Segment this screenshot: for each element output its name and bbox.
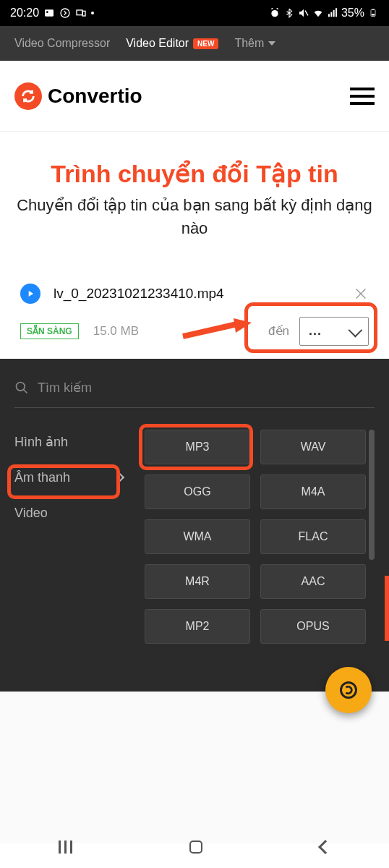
file-row: lv_0_20231021233410.mp4: [20, 278, 369, 317]
android-status-bar: 20:20 35%: [0, 0, 389, 26]
category-audio[interactable]: Âm thanh: [14, 470, 123, 485]
nav-home-button[interactable]: [189, 841, 202, 854]
svg-line-6: [305, 11, 308, 16]
signal-icon: [327, 7, 338, 19]
file-meta-row: SẴN SÀNG 15.0 MB đến ...: [20, 317, 369, 346]
format-opus[interactable]: OPUS: [260, 609, 366, 644]
format-m4a[interactable]: M4A: [260, 475, 366, 509]
logo-mark-icon: [14, 82, 42, 110]
format-wma[interactable]: WMA: [145, 519, 250, 554]
logo[interactable]: Convertio: [14, 82, 142, 110]
remove-file-button[interactable]: [353, 286, 369, 302]
scrollbar[interactable]: [369, 430, 375, 560]
svg-point-1: [46, 11, 48, 13]
new-badge: NEW: [193, 38, 218, 49]
chevron-down-icon: [268, 41, 275, 46]
svg-point-5: [271, 10, 278, 17]
svg-rect-3: [77, 10, 82, 15]
format-m4r[interactable]: M4R: [145, 564, 250, 599]
page-title: Trình chuyển đổi Tập tin: [14, 159, 375, 188]
svg-point-12: [17, 383, 25, 391]
nav-recents-button[interactable]: [59, 841, 72, 854]
top-nav: Video Compressor Video Editor NEW Thêm: [0, 26, 389, 61]
circle-chevron-icon: [59, 7, 71, 19]
alarm-icon: [269, 7, 281, 19]
svg-point-2: [61, 9, 69, 17]
battery-icon: [367, 7, 379, 19]
bottom-area: [0, 692, 389, 843]
format-flac[interactable]: FLAC: [260, 519, 366, 554]
search-icon: [14, 380, 29, 395]
category-video[interactable]: Video: [14, 506, 123, 521]
format-ogg[interactable]: OGG: [145, 475, 250, 509]
svg-rect-4: [82, 11, 85, 16]
format-mp2[interactable]: MP2: [145, 609, 250, 644]
format-search: [14, 380, 375, 408]
to-label: đến: [268, 323, 289, 339]
battery-text: 35%: [341, 7, 364, 20]
file-card: lv_0_20231021233410.mp4 SẴN SÀNG 15.0 MB…: [0, 269, 389, 359]
hero: Trình chuyển đổi Tập tin Chuyển đổi tập …: [0, 132, 389, 269]
play-icon[interactable]: [20, 284, 40, 304]
nav-more[interactable]: Thêm: [234, 37, 275, 50]
copyleft-icon: [338, 680, 359, 700]
dot-icon: [91, 12, 94, 14]
image-icon: [43, 7, 55, 19]
format-search-input[interactable]: [38, 380, 375, 396]
category-image[interactable]: Hình ảnh: [14, 434, 123, 450]
nav-video-editor[interactable]: Video Editor NEW: [126, 37, 218, 50]
mute-icon: [298, 7, 309, 19]
devices-icon: [75, 7, 87, 19]
file-size: 15.0 MB: [93, 324, 139, 339]
ready-badge: SẴN SÀNG: [20, 323, 79, 339]
svg-rect-8: [372, 9, 375, 10]
format-select[interactable]: ...: [299, 317, 369, 346]
format-aac[interactable]: AAC: [260, 564, 366, 599]
svg-point-14: [341, 682, 356, 697]
chevron-right-icon: [114, 472, 124, 482]
file-name: lv_0_20231021233410.mp4: [54, 286, 340, 302]
annotation-arrow-icon: [179, 318, 252, 340]
format-wav[interactable]: WAV: [260, 430, 366, 464]
format-dropdown-panel: Hình ảnh Âm thanh Video MP3 WAV OGG M4A …: [0, 359, 389, 692]
wifi-icon: [312, 7, 324, 19]
fab-button[interactable]: [325, 667, 372, 713]
chevron-down-icon: [349, 323, 363, 337]
android-nav-bar: [0, 826, 389, 868]
page-subtitle: Chuyển đổi tập tin của bạn sang bất kỳ đ…: [14, 194, 375, 240]
bluetooth-icon: [283, 7, 295, 19]
nav-video-compressor[interactable]: Video Compressor: [14, 37, 110, 50]
logo-text: Convertio: [48, 85, 142, 108]
svg-rect-0: [45, 9, 54, 16]
svg-rect-9: [372, 14, 375, 16]
menu-button[interactable]: [350, 88, 375, 105]
svg-line-13: [24, 390, 27, 393]
format-grid: MP3 WAV OGG M4A WMA FLAC M4R AAC MP2 OPU…: [145, 430, 375, 644]
site-header: Convertio: [0, 61, 389, 132]
format-mp3[interactable]: MP3: [145, 430, 250, 464]
format-current: ...: [309, 323, 322, 339]
status-time: 20:20: [10, 7, 39, 20]
convert-button-edge[interactable]: [385, 576, 389, 641]
category-list: Hình ảnh Âm thanh Video: [14, 430, 123, 644]
nav-back-button[interactable]: [318, 840, 333, 854]
